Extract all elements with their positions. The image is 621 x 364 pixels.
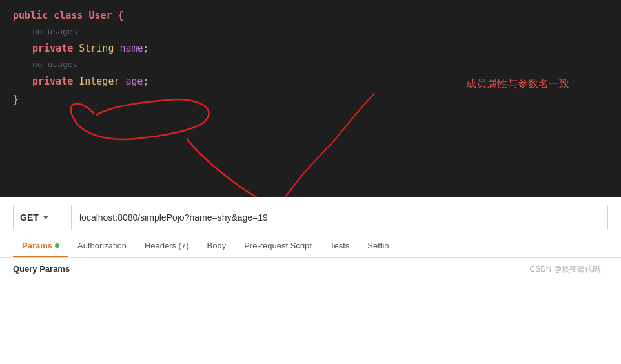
tab-tests[interactable]: Tests <box>321 236 358 257</box>
type-integer: Integer <box>79 74 119 89</box>
tab-params-label: Params <box>22 241 52 250</box>
semicolon-1: ; <box>143 41 149 56</box>
type-string: String <box>79 41 114 56</box>
watermark: CSDN @熬夜磕代码、 <box>529 264 608 275</box>
params-dot <box>55 243 59 248</box>
url-bar: GET <box>13 205 608 230</box>
comment-1: no usages <box>0 25 621 39</box>
tab-pre-request-label: Pre-request Script <box>244 241 312 250</box>
tab-authorization-label: Authorization <box>77 241 127 250</box>
tab-pre-request[interactable]: Pre-request Script <box>235 236 321 257</box>
code-editor: public class User { no usages private St… <box>0 0 621 197</box>
tab-headers[interactable]: Headers (7) <box>136 236 198 257</box>
comment-2: no usages <box>0 57 621 72</box>
code-line-2: private String name ; <box>0 39 621 57</box>
keyword-public: public class User { <box>13 8 124 23</box>
tab-params[interactable]: Params <box>13 236 68 257</box>
tab-headers-label: Headers (7) <box>145 241 189 250</box>
url-input[interactable] <box>72 212 607 223</box>
tab-body-label: Body <box>207 241 227 250</box>
tab-body[interactable]: Body <box>198 236 236 257</box>
method-dropdown[interactable]: GET <box>14 205 72 230</box>
tabs-bar: Params Authorization Headers (7) Body Pr… <box>0 236 621 258</box>
code-line-1: public class User { <box>0 6 621 25</box>
tab-settings-label: Settin <box>367 241 389 250</box>
query-params-label: Query Params <box>0 258 621 280</box>
chevron-down-icon <box>43 216 49 219</box>
tab-authorization[interactable]: Authorization <box>68 236 136 257</box>
method-label: GET <box>20 212 39 223</box>
code-line-closing: } <box>0 90 621 108</box>
request-section: GET Params Authorization Headers (7) Bod… <box>0 205 621 280</box>
tab-settings[interactable]: Settin <box>358 236 398 257</box>
var-name-1: name <box>119 41 143 56</box>
semicolon-2: ; <box>143 74 149 89</box>
tab-tests-label: Tests <box>330 241 349 250</box>
annotation-text: 成员属性与参数名一致 <box>466 77 569 91</box>
keyword-private-2: private <box>32 74 73 89</box>
closing-brace: } <box>13 92 19 107</box>
var-name-2: age <box>126 74 143 89</box>
keyword-private-1: private <box>32 41 73 56</box>
